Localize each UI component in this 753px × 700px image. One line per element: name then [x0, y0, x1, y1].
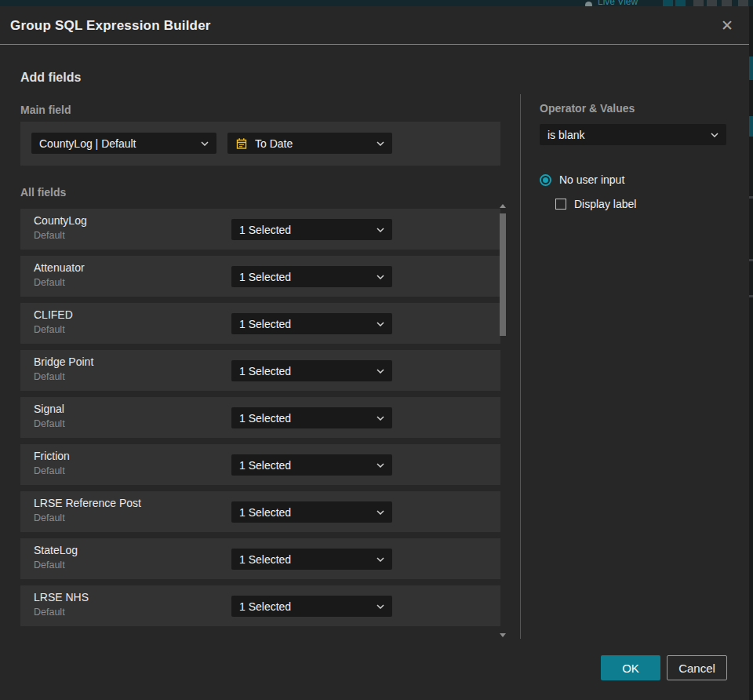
chevron-down-icon: [376, 369, 384, 374]
field-selected-select[interactable]: 1 Selected: [231, 407, 392, 428]
chevron-down-icon: [376, 416, 384, 421]
field-selected-select[interactable]: 1 Selected: [231, 454, 392, 476]
dialog-title: Group SQL Expression Builder: [10, 6, 211, 45]
field-selected-value: 1 Selected: [239, 506, 370, 519]
field-type: Default: [34, 607, 65, 618]
field-selected-value: 1 Selected: [239, 600, 370, 613]
background-divider: [749, 295, 753, 297]
field-name: Signal: [34, 403, 64, 415]
all-fields-list: CountyLogDefault1 SelectedAttenuatorDefa…: [20, 207, 500, 626]
field-type: Default: [34, 512, 65, 523]
field-row: StateLogDefault1 Selected: [20, 538, 500, 579]
display-label-checkbox[interactable]: Display label: [555, 197, 636, 210]
all-fields-label: All fields: [20, 186, 66, 199]
background-divider: [749, 196, 753, 199]
field-row: SignalDefault1 Selected: [20, 397, 500, 438]
field-name: CLIFED: [34, 308, 73, 321]
add-fields-heading: Add fields: [20, 71, 81, 85]
main-field-select[interactable]: CountyLog | Default: [31, 133, 216, 154]
field-selected-select[interactable]: 1 Selected: [231, 266, 392, 287]
main-field-type-select[interactable]: To Date: [227, 133, 392, 154]
field-selected-value: 1 Selected: [239, 365, 370, 377]
field-selected-value: 1 Selected: [239, 271, 370, 283]
cancel-button[interactable]: Cancel: [667, 655, 727, 680]
field-row: AttenuatorDefault1 Selected: [20, 256, 500, 297]
field-selected-value: 1 Selected: [239, 553, 370, 566]
field-type: Default: [34, 230, 65, 241]
field-name: Attenuator: [34, 261, 85, 274]
field-selected-select[interactable]: 1 Selected: [231, 313, 392, 334]
field-row: LRSE NHSDefault1 Selected: [20, 585, 500, 626]
chevron-down-icon: [376, 557, 384, 562]
field-row: LRSE Reference PostDefault1 Selected: [20, 491, 500, 532]
field-name: LRSE NHS: [34, 591, 89, 603]
scroll-down-icon[interactable]: [500, 633, 506, 637]
background-divider: [749, 259, 753, 261]
group-sql-expression-builder-dialog: Group SQL Expression Builder ✕ Add field…: [0, 6, 749, 700]
chevron-down-icon: [376, 275, 384, 279]
chevron-down-icon: [376, 510, 384, 515]
dialog-titlebar: Group SQL Expression Builder ✕: [0, 6, 749, 45]
field-selected-select[interactable]: 1 Selected: [231, 219, 392, 240]
background-list-item: [749, 57, 753, 80]
checkbox-unchecked-icon: [555, 199, 566, 210]
background-toolbar-bar: [738, 0, 748, 6]
chevron-down-icon: [376, 463, 384, 468]
ok-button[interactable]: OK: [601, 655, 660, 680]
field-selected-select[interactable]: 1 Selected: [231, 596, 392, 617]
chevron-down-icon: [376, 141, 384, 146]
field-name: Friction: [34, 450, 70, 462]
scrollbar-thumb[interactable]: [500, 213, 506, 336]
main-field-container: CountyLog | Default To Date: [20, 122, 500, 166]
field-selected-select[interactable]: 1 Selected: [231, 501, 392, 523]
chevron-down-icon: [376, 322, 384, 326]
chevron-down-icon: [376, 228, 384, 232]
display-label-label: Display label: [574, 198, 636, 210]
field-selected-value: 1 Selected: [239, 412, 370, 425]
field-row: CountyLogDefault1 Selected: [20, 209, 500, 250]
calendar-icon: [235, 137, 248, 150]
field-row: Bridge PointDefault1 Selected: [20, 350, 500, 391]
chevron-down-icon: [711, 133, 718, 137]
field-row: CLIFEDDefault1 Selected: [20, 303, 500, 344]
field-type: Default: [34, 277, 65, 288]
main-field-select-value: CountyLog | Default: [39, 137, 195, 150]
field-type: Default: [34, 418, 65, 429]
background-toolbar-bar: [722, 0, 732, 6]
no-user-input-label: No user input: [559, 173, 624, 186]
field-type: Default: [34, 560, 65, 571]
field-type: Default: [34, 371, 65, 382]
list-scrollbar[interactable]: [499, 202, 507, 639]
background-app-right-strip: [749, 6, 753, 700]
operator-select-value: is blank: [547, 129, 704, 141]
panel-divider: [520, 94, 521, 639]
field-name: Bridge Point: [34, 355, 93, 368]
background-app-top-strip: Live View: [0, 0, 753, 6]
background-toolbar-bar: [707, 0, 717, 6]
no-user-input-radio[interactable]: No user input: [540, 173, 624, 187]
field-name: StateLog: [34, 544, 78, 556]
field-selected-select[interactable]: 1 Selected: [231, 549, 392, 570]
field-selected-value: 1 Selected: [239, 318, 370, 330]
field-selected-value: 1 Selected: [239, 459, 370, 472]
chevron-down-icon: [201, 141, 209, 146]
field-type: Default: [34, 465, 65, 476]
background-toolbar-bar: [675, 0, 686, 6]
radio-selected-icon: [540, 174, 551, 186]
background-toolbar-bar: [693, 0, 704, 6]
screen: Live View Group SQL Expression Builder ✕…: [0, 0, 753, 700]
field-name: LRSE Reference Post: [34, 497, 141, 509]
scroll-up-icon[interactable]: [500, 204, 506, 208]
field-selected-select[interactable]: 1 Selected: [231, 360, 392, 381]
field-selected-value: 1 Selected: [239, 224, 370, 236]
field-type: Default: [34, 324, 65, 335]
field-row: FrictionDefault1 Selected: [20, 444, 500, 485]
operator-select[interactable]: is blank: [540, 124, 726, 145]
main-field-type-value: To Date: [255, 137, 370, 150]
main-field-label: Main field: [20, 104, 71, 116]
background-toolbar-bar: [663, 0, 673, 6]
live-view-label: Live View: [598, 0, 638, 6]
operator-values-label: Operator & Values: [540, 102, 635, 115]
chevron-down-icon: [376, 604, 384, 609]
close-icon[interactable]: ✕: [715, 14, 739, 38]
